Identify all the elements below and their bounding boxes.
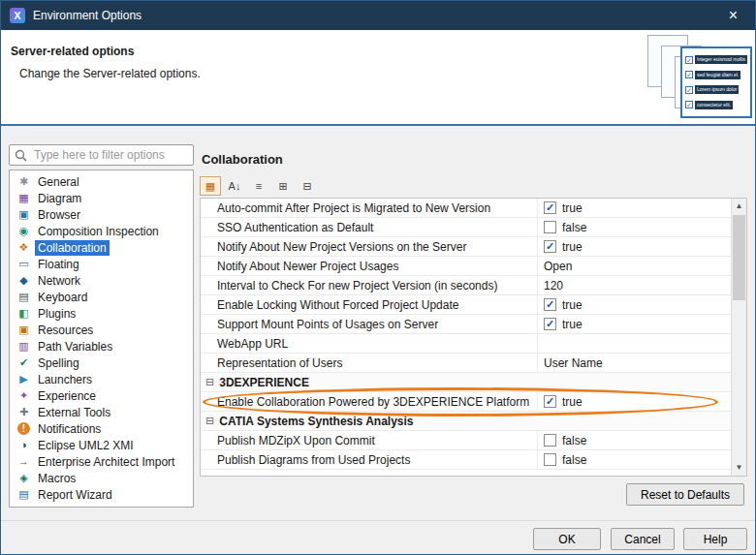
sidebar-item-label: Notifications — [35, 421, 104, 437]
property-name: Notify About New Project Versions on the… — [201, 237, 538, 256]
sidebar-item-label: Keyboard — [35, 290, 90, 305]
checkbox-unchecked-icon[interactable] — [544, 453, 556, 466]
checklist-row: ✓sed feugiat diam el. — [685, 71, 747, 79]
property-value[interactable] — [538, 334, 731, 353]
checkbox-checked-icon[interactable]: ✓ — [544, 298, 556, 311]
show-descriptions-icon[interactable]: ≡ — [248, 176, 269, 196]
sidebar-item-plugins[interactable]: ◧Plugins — [10, 305, 193, 322]
checkbox-checked-icon[interactable]: ✓ — [544, 201, 556, 214]
property-row-webapp-url[interactable]: WebApp URL — [201, 334, 731, 354]
sidebar-item-report-wizard[interactable]: ▤Report Wizard — [10, 486, 193, 503]
property-name: WebApp URL — [201, 334, 538, 353]
property-value[interactable]: ✓true — [538, 392, 731, 411]
sidebar-item-label: Plugins — [35, 306, 79, 322]
header-artwork: ✓Integer euismod mollis✓sed feugiat diam… — [636, 33, 752, 123]
property-row-interval-to-check-for-new-project-version-in-seconds[interactable]: Interval to Check For new Project Versio… — [201, 276, 731, 295]
property-value-text: true — [562, 318, 583, 331]
property-name: SSO Authentication as Default — [201, 218, 538, 236]
checklist-text: Integer euismod mollis — [695, 55, 747, 64]
property-name: Interval to Check For new Project Versio… — [201, 276, 538, 294]
property-value-text: true — [562, 201, 583, 215]
property-row-auto-commit-after-project-is-migrated-to-new-version[interactable]: Auto-commit After Project is Migrated to… — [201, 199, 731, 218]
property-row-publish-mdzipx-upon-commit[interactable]: Publish MDZipX Upon Commitfalse — [201, 431, 731, 450]
sidebar-item-label: Macros — [35, 471, 79, 486]
categorized-view-icon[interactable]: ▦ — [200, 176, 221, 196]
sidebar-item-macros[interactable]: ◈Macros — [10, 470, 193, 486]
sidebar-item-label: Collaboration — [35, 240, 110, 256]
help-button[interactable]: Help — [683, 528, 747, 550]
sidebar-item-notifications[interactable]: !Notifications — [10, 420, 193, 437]
title-bar[interactable]: Environment Options — [1, 1, 755, 30]
property-value[interactable]: ✓true — [538, 237, 731, 256]
checkbox-unchecked-icon[interactable] — [544, 221, 556, 233]
property-row-enable-locking-without-forced-project-update[interactable]: Enable Locking Without Forced Project Up… — [201, 295, 731, 315]
section-row-3dexperience[interactable]: ⊟3DEXPERIENCE — [201, 373, 731, 392]
checkbox-checked-icon[interactable]: ✓ — [544, 240, 556, 253]
property-row-enable-collaboration-powered-by-3dexperience-platform[interactable]: Enable Collaboration Powered by 3DEXPERI… — [201, 392, 731, 412]
sidebar-item-floating[interactable]: ▭Floating — [10, 256, 193, 272]
property-row-notify-about-new-project-versions-on-the-server[interactable]: Notify About New Project Versions on the… — [201, 237, 731, 257]
collapse-all-icon[interactable]: ⊟ — [297, 176, 318, 196]
property-name: Enable Locking Without Forced Project Up… — [201, 295, 538, 314]
property-value[interactable]: ✓true — [538, 199, 731, 217]
sidebar-item-network[interactable]: ◆Network — [10, 272, 193, 289]
sidebar-item-spelling[interactable]: ✔Spelling — [10, 355, 193, 371]
expand-all-icon[interactable]: ⊞ — [272, 176, 294, 196]
property-value[interactable]: User Name — [538, 354, 731, 372]
scroll-down-icon[interactable] — [732, 460, 746, 476]
property-row-sso-authentication-as-default[interactable]: SSO Authentication as Defaultfalse — [201, 218, 731, 237]
spelling-icon: ✔ — [16, 355, 31, 370]
property-value[interactable]: false — [538, 218, 731, 236]
reset-to-defaults-button[interactable]: Reset to Defaults — [626, 483, 744, 506]
sidebar-item-label: Launchers — [35, 372, 95, 387]
collapse-section-icon[interactable]: ⊟ — [205, 415, 214, 427]
sidebar-item-launchers[interactable]: ▶Launchers — [10, 371, 193, 387]
alphabetical-view-icon[interactable]: A↓ — [224, 176, 245, 196]
vertical-scrollbar[interactable] — [731, 199, 746, 476]
filter-box[interactable] — [9, 144, 194, 166]
sidebar-item-label: Composition Inspection — [35, 224, 162, 239]
ok-button[interactable]: OK — [533, 528, 601, 550]
window-title: Environment Options — [33, 9, 142, 22]
property-value[interactable]: false — [538, 450, 731, 469]
section-name: ⊟3DEXPERIENCE — [201, 373, 731, 391]
property-value[interactable]: 120 — [538, 276, 731, 294]
checkbox-checked-icon[interactable]: ✓ — [544, 318, 556, 330]
property-row-representation-of-users[interactable]: Representation of UsersUser Name — [201, 354, 731, 373]
property-row-notify-about-newer-project-usages[interactable]: Notify About Newer Project UsagesOpen — [201, 257, 731, 276]
sidebar-item-path-variables[interactable]: ▥Path Variables — [10, 338, 193, 355]
sidebar-item-browser[interactable]: ▣Browser — [10, 206, 193, 223]
property-value[interactable]: ✓true — [538, 315, 731, 333]
scroll-up-icon[interactable] — [732, 199, 746, 214]
section-row-catia-systems-synthesis-analysis[interactable]: ⊟CATIA Systems Synthesis Analysis — [201, 412, 731, 431]
sidebar-item-composition-inspection[interactable]: ◉Composition Inspection — [10, 223, 193, 239]
collapse-section-icon[interactable]: ⊟ — [205, 376, 214, 388]
sidebar-item-eclipse-uml2-xmi[interactable]: ◑Eclipse UML2 XMI — [10, 437, 193, 453]
property-row-publish-diagrams-from-used-projects[interactable]: Publish Diagrams from Used Projectsfalse — [201, 450, 731, 470]
sidebar-item-label: Diagram — [35, 191, 84, 206]
sidebar-item-keyboard[interactable]: ▤Keyboard — [10, 289, 193, 305]
sidebar-item-resources[interactable]: ▣Resources — [10, 322, 193, 338]
sidebar-item-general[interactable]: ✱General — [10, 173, 193, 190]
property-value[interactable]: ✓true — [538, 295, 731, 314]
floating-icon: ▭ — [16, 257, 31, 271]
property-row-support-mount-points-of-usages-on-server[interactable]: Support Mount Points of Usages on Server… — [201, 315, 731, 334]
sidebar-item-experience[interactable]: ✦Experience — [10, 387, 193, 404]
property-value[interactable]: Open — [538, 257, 731, 275]
checkbox-checked-icon[interactable]: ✓ — [544, 395, 556, 408]
checkbox-unchecked-icon[interactable] — [544, 434, 556, 447]
close-icon[interactable] — [711, 1, 755, 30]
property-value-text: false — [562, 434, 586, 447]
options-filter-input[interactable] — [32, 147, 188, 163]
sidebar-item-enterprise-architect-import[interactable]: →Enterprise Architect Import — [10, 453, 193, 470]
sidebar-item-diagram[interactable]: ▦Diagram — [10, 190, 193, 206]
cancel-button[interactable]: Cancel — [611, 528, 675, 550]
scrollbar-thumb[interactable] — [733, 215, 745, 300]
property-value[interactable]: false — [538, 431, 731, 449]
enterprise-architect-import-icon: → — [16, 454, 31, 469]
property-value-text: true — [562, 395, 583, 409]
sidebar-item-external-tools[interactable]: ✚External Tools — [10, 404, 193, 420]
sidebar-item-collaboration[interactable]: ❖Collaboration — [10, 239, 193, 256]
property-value-text: User Name — [544, 356, 603, 370]
app-icon — [10, 8, 25, 23]
